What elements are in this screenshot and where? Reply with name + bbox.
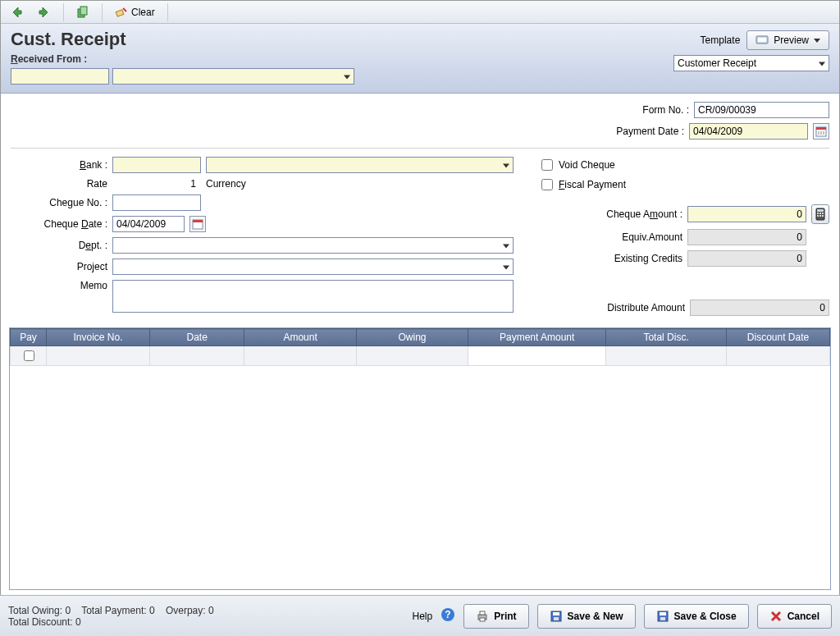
- form-no-input[interactable]: [694, 102, 829, 118]
- cancel-button[interactable]: Cancel: [757, 604, 832, 629]
- svg-rect-1: [80, 7, 87, 15]
- clear-label: Clear: [131, 7, 155, 18]
- received-from-code-input[interactable]: [11, 68, 109, 85]
- print-label: Print: [494, 611, 516, 622]
- svg-rect-29: [660, 612, 666, 615]
- col-amount[interactable]: Amount: [244, 329, 356, 346]
- cheque-date-calendar-button[interactable]: [189, 216, 206, 232]
- invoice-table-wrapper: Pay Invoice No. Date Amount Owing Paymen…: [9, 327, 831, 590]
- payment-date-calendar-button[interactable]: [813, 123, 829, 140]
- bank-code-input[interactable]: [112, 157, 201, 173]
- left-column: Bank : Rate 1 Currency Chegue No. : Cheq…: [11, 157, 514, 321]
- rate-value: 1: [112, 178, 201, 190]
- existing-credits-field: [687, 250, 806, 267]
- equiv-amount-field: [687, 229, 806, 245]
- totals: Total Owing: 0 Total Payment: 0 Overpay:…: [8, 605, 214, 628]
- col-payment-amount[interactable]: Payment Amount: [468, 329, 606, 346]
- right-column: Void Cheque Fiscal Payment Cheque Amount…: [538, 157, 829, 321]
- project-label: Project: [11, 261, 107, 272]
- cheque-amount-input[interactable]: [687, 206, 806, 222]
- save-new-button[interactable]: Save & New: [537, 604, 636, 629]
- form-no-label: Form No. :: [642, 104, 689, 116]
- cheque-no-label: Chegue No. :: [11, 197, 107, 208]
- memo-label: Memo: [11, 280, 107, 291]
- cancel-label: Cancel: [788, 611, 819, 622]
- copy-button[interactable]: [71, 3, 95, 21]
- print-button[interactable]: Print: [463, 604, 528, 629]
- arrow-right-icon: [38, 6, 51, 19]
- void-cheque-checkbox[interactable]: [541, 159, 553, 171]
- calendar-icon: [191, 217, 204, 231]
- col-owing[interactable]: Owing: [356, 329, 468, 346]
- total-owing-label: Total Owing:: [8, 605, 62, 616]
- clear-button[interactable]: Clear: [109, 3, 161, 21]
- save-icon: [656, 610, 669, 623]
- preview-label: Preview: [774, 34, 809, 46]
- preview-button[interactable]: Preview: [746, 30, 829, 50]
- fiscal-payment-checkbox[interactable]: [541, 179, 553, 190]
- bank-label: Bank :: [11, 159, 107, 171]
- project-combo[interactable]: [112, 259, 514, 275]
- svg-rect-26: [553, 612, 559, 615]
- col-date[interactable]: Date: [149, 329, 244, 346]
- cheque-date-input[interactable]: [112, 216, 185, 232]
- distribute-amount-label: Distribute Amount: [538, 302, 685, 313]
- template-label: Template: [701, 34, 741, 46]
- save-icon: [550, 610, 563, 623]
- toolbar-divider: [167, 3, 168, 21]
- help-button[interactable]: ?: [441, 607, 455, 625]
- svg-rect-15: [819, 213, 821, 214]
- svg-text:?: ?: [445, 609, 451, 620]
- cheque-date-label: Cheque Date :: [11, 218, 107, 230]
- svg-rect-18: [819, 215, 821, 217]
- svg-rect-2: [116, 9, 124, 16]
- table-row[interactable]: [11, 346, 830, 366]
- svg-rect-30: [660, 617, 665, 620]
- overpay-label: Overpay:: [166, 605, 206, 616]
- total-payment-label: Total Payment:: [81, 605, 146, 616]
- payment-date-input[interactable]: [689, 123, 808, 140]
- svg-rect-4: [758, 38, 766, 42]
- arrow-left-icon: [10, 6, 23, 19]
- svg-rect-16: [822, 213, 824, 214]
- bank-name-combo[interactable]: [206, 157, 514, 173]
- cheque-amount-label: Cheque Amount :: [538, 208, 682, 220]
- distribute-amount-field: [690, 300, 829, 316]
- nav-back-button[interactable]: [4, 3, 29, 21]
- chevron-down-icon: [814, 37, 820, 43]
- footer: Total Owing: 0 Total Payment: 0 Overpay:…: [0, 595, 840, 636]
- col-pay[interactable]: Pay: [11, 329, 47, 346]
- toolbar: Clear: [1, 1, 839, 24]
- row-pay-checkbox[interactable]: [24, 350, 34, 361]
- copy-icon: [76, 6, 89, 19]
- save-close-button[interactable]: Save & Close: [644, 604, 749, 629]
- save-new-label: Save & New: [568, 611, 623, 622]
- invoice-table: Pay Invoice No. Date Amount Owing Paymen…: [10, 328, 830, 366]
- toolbar-divider: [63, 3, 64, 21]
- memo-textarea[interactable]: [112, 280, 514, 313]
- calculator-button[interactable]: [811, 204, 829, 224]
- total-owing-value: 0: [65, 605, 71, 616]
- nav-forward-button[interactable]: [32, 3, 57, 21]
- svg-rect-24: [480, 618, 485, 621]
- col-discount-date[interactable]: Discount Date: [727, 329, 830, 346]
- template-select[interactable]: [673, 55, 829, 71]
- received-from-name-combo[interactable]: [112, 68, 354, 85]
- help-label: Help: [413, 611, 433, 622]
- svg-rect-6: [816, 127, 826, 130]
- currency-label: Currency: [206, 178, 246, 190]
- svg-rect-23: [480, 611, 485, 615]
- eraser-icon: [115, 6, 128, 19]
- total-discount-value: 0: [75, 616, 81, 628]
- svg-rect-13: [817, 209, 824, 212]
- svg-rect-27: [554, 617, 559, 620]
- void-cheque-label: Void Cheque: [559, 159, 615, 171]
- save-close-label: Save & Close: [674, 611, 737, 622]
- separator: [11, 148, 829, 149]
- col-total-disc[interactable]: Total Disc.: [606, 329, 727, 346]
- svg-rect-19: [822, 215, 824, 217]
- cheque-no-input[interactable]: [112, 194, 201, 211]
- svg-rect-14: [817, 213, 819, 214]
- dept-combo[interactable]: [112, 237, 514, 254]
- col-invoice-no[interactable]: Invoice No.: [47, 329, 150, 346]
